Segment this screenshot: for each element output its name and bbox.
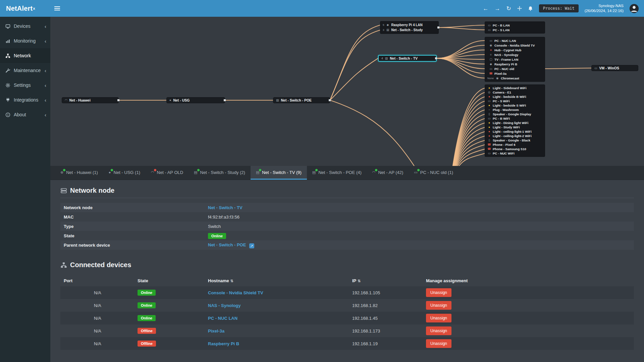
device-row[interactable]: Light - bedside B WiFi <box>485 95 545 99</box>
device-icon <box>487 121 491 124</box>
hostname-link[interactable]: Raspberry Pi B <box>208 341 239 346</box>
tab-net-ap-old[interactable]: Net - AP OLD <box>146 166 189 180</box>
device-row[interactable]: Speaker - Google - Black <box>485 138 545 142</box>
node-label: Net - Switch - TV <box>390 56 418 60</box>
tab-net-ap[interactable]: Net - AP (42) <box>367 166 409 180</box>
device-icon <box>487 86 491 89</box>
notifications-bell-icon[interactable] <box>528 6 533 11</box>
status-dot-green <box>111 169 113 171</box>
sort-icon[interactable]: ⇅ <box>358 279 361 283</box>
device-row[interactable]: 3 Net - Switch - Study <box>380 27 438 33</box>
chevron-left-icon: ‹ <box>45 68 46 73</box>
node-net-switch-tv-selected[interactable]: 4 Net - Switch - TV <box>378 55 437 62</box>
refresh-icon[interactable]: ↻ <box>506 6 511 11</box>
sidebar-item-network[interactable]: Network <box>0 48 50 63</box>
topology-canvas[interactable]: Net - Huawei Net - USG Net - Switch - PO… <box>50 17 644 166</box>
device-row[interactable]: Light - bedside S WiFi <box>485 103 545 108</box>
brand-sup: x <box>33 6 35 10</box>
devices-icon <box>5 24 10 29</box>
back-arrow-icon[interactable]: ← <box>483 6 488 11</box>
device-row[interactable]: Light - ceiling-light-2 WiFi <box>485 134 545 138</box>
server-info: Synology-NAS (26/06/2024, 14:22:16) <box>585 3 624 13</box>
node-net-switch-poe[interactable]: Net - Switch - POE <box>273 97 330 103</box>
main-content: Net - Huawei Net - USG Net - Switch - PO… <box>50 17 644 362</box>
device-row[interactable]: Console - Nvidia Shield TV <box>485 43 545 48</box>
sidebar-item-about[interactable]: About ‹ <box>0 107 50 122</box>
device-row[interactable]: PC - B WiFi <box>485 116 545 121</box>
node-label: Net - USG <box>173 98 190 102</box>
device-row[interactable]: PC - B LAN <box>485 23 545 27</box>
status-dot-green <box>197 169 200 171</box>
unassign-button[interactable]: Unassign <box>426 288 451 297</box>
device-row[interactable]: Phone - Pixel 6 <box>485 142 545 147</box>
device-row[interactable]: PC - NUC old <box>485 66 545 71</box>
device-row[interactable]: PC - S LAN <box>485 27 545 32</box>
unassign-button[interactable]: Unassign <box>426 314 451 322</box>
node-net-huawei[interactable]: Net - Huawei <box>62 97 119 103</box>
sidebar-item-monitoring[interactable]: Monitoring ‹ <box>0 34 50 48</box>
device-row[interactable]: TV - Frame LAN <box>485 57 545 62</box>
device-row[interactable]: Speaker - Google Display <box>485 112 545 116</box>
external-link-icon[interactable]: ↗ <box>249 243 254 248</box>
sidebar-item-settings[interactable]: Settings ‹ <box>0 78 50 93</box>
node-net-usg[interactable]: Net - USG <box>166 97 225 103</box>
hostname-link[interactable]: Pixel-3a <box>208 328 224 334</box>
device-label: Light - Sideboard WiFi <box>493 86 527 90</box>
ip-cell: 192.168.1.45 <box>349 316 423 321</box>
app-logo[interactable]: NetAlertx <box>0 0 50 17</box>
network-node-section-title: Network node <box>60 187 634 194</box>
node-name-link[interactable]: Net - Switch - TV <box>208 205 631 210</box>
device-label: Chromecast <box>501 76 519 80</box>
field-row: MAC f4:92:bf:a3:f3:56 <box>60 212 634 222</box>
parent-node-link[interactable]: Net - Switch - POE <box>208 242 246 247</box>
tab-net-usg[interactable]: Net - USG (1) <box>103 166 146 180</box>
unassign-button[interactable]: Unassign <box>426 301 451 310</box>
unassign-button[interactable]: Unassign <box>426 339 451 348</box>
device-label: Raspberry Pi B <box>494 62 517 66</box>
device-icon <box>487 152 491 155</box>
settings-gear-icon <box>5 83 10 88</box>
unassign-button[interactable]: Unassign <box>426 326 451 335</box>
hostname-link[interactable]: PC - NUC LAN <box>208 316 237 321</box>
tab-net-switch-study[interactable]: Net - Switch - Study (2) <box>189 166 251 180</box>
sidebar-item-integrations[interactable]: Integrations ‹ <box>0 93 50 107</box>
device-row[interactable]: Pixel-3a <box>485 71 545 76</box>
about-info-icon <box>5 112 10 117</box>
forward-arrow-icon[interactable]: → <box>494 6 500 11</box>
device-row[interactable]: Light - Study WiFi <box>485 125 545 129</box>
device-row[interactable]: Phone - Samsung S10 <box>485 147 545 151</box>
wifi-icon <box>65 99 67 102</box>
device-row[interactable]: PC - NUC LAN <box>485 38 545 43</box>
device-row[interactable]: Light - ceiling-light-1 WiFi <box>485 129 545 134</box>
tab-net-switch-tv[interactable]: Net - Switch - TV (9) <box>251 166 307 180</box>
hostname-link[interactable]: Console - Nvidia Shield TV <box>208 290 263 295</box>
table-row: N/A Online NAS - Synology 192.168.1.82 U… <box>60 299 634 312</box>
col-ip[interactable]: IP⇅ <box>349 278 423 283</box>
tab-pc-nuc-old[interactable]: PC - NUC old (1) <box>409 166 459 180</box>
device-row[interactable]: Light - Sideboard WiFi <box>485 86 545 90</box>
device-row[interactable]: 5 Raspberry Pi 4 LAN <box>380 22 438 27</box>
maintenance-wrench-icon <box>5 68 10 73</box>
tab-net-switch-poe[interactable]: Net - Switch - POE (4) <box>307 166 367 180</box>
device-row[interactable]: None Chromecast <box>485 76 545 80</box>
hamburger-menu-icon[interactable] <box>50 0 64 17</box>
sidebar-item-devices[interactable]: Devices ‹ <box>0 19 50 34</box>
device-row[interactable]: Hub - Cygnet Hub <box>485 48 545 52</box>
node-vm-winos[interactable]: VM - WinOS <box>591 65 638 71</box>
sidebar-item-maintenance[interactable]: Maintenance ‹ <box>0 63 50 78</box>
hostname-link[interactable]: NAS - Synology <box>208 303 241 308</box>
device-row[interactable]: Light - Dining light WiFi <box>485 121 545 125</box>
device-row[interactable]: NAS - Synology <box>485 52 545 57</box>
sort-icon[interactable]: ⇅ <box>230 279 233 283</box>
sidebar-label: Monitoring <box>14 38 36 44</box>
device-row[interactable]: Plug - Washroom <box>485 108 545 112</box>
device-row[interactable]: Raspberry Pi B <box>485 62 545 66</box>
col-hostname[interactable]: Hostname⇅ <box>205 278 349 283</box>
device-row[interactable]: PC - S WiFi <box>485 99 545 103</box>
tab-net-huawei[interactable]: Net - Huawei (1) <box>55 166 103 180</box>
user-avatar[interactable] <box>630 4 639 13</box>
move-pan-icon[interactable] <box>517 6 522 11</box>
device-row[interactable]: PC - NUC WiFi <box>485 151 545 156</box>
device-label: Light - ceiling-light-2 WiFi <box>493 134 532 138</box>
device-row[interactable]: Camera - E1 <box>485 90 545 95</box>
